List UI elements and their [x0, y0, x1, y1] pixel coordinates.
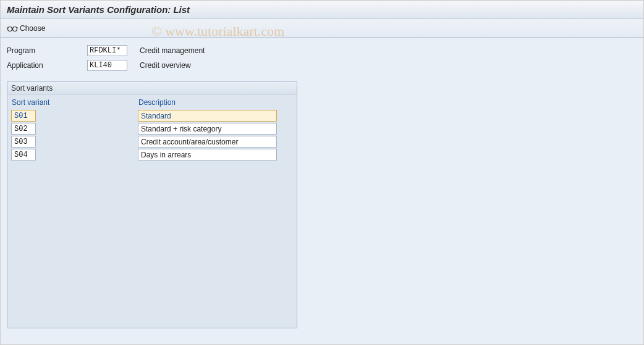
program-input[interactable]	[87, 45, 127, 56]
table-row[interactable]	[11, 123, 293, 135]
program-text: Credit management	[140, 46, 205, 55]
svg-point-1	[13, 27, 17, 31]
application-row: Application Credit overview	[7, 59, 637, 72]
variant-cell[interactable]	[11, 123, 36, 135]
col-sort-variant[interactable]: Sort variant	[11, 97, 138, 108]
program-label: Program	[7, 46, 87, 55]
toolbar: Choose	[1, 19, 643, 38]
application-label: Application	[7, 61, 87, 70]
program-row: Program Credit management	[7, 44, 637, 57]
table-row[interactable]	[11, 110, 293, 122]
col-description[interactable]: Description	[138, 97, 293, 108]
variant-cell[interactable]	[11, 136, 36, 148]
description-cell[interactable]	[138, 149, 277, 160]
content-area: Program Credit management Application Cr…	[1, 38, 643, 345]
page-title: Maintain Sort Variants Configuration: Li…	[1, 1, 643, 19]
choose-button[interactable]: Choose	[7, 24, 45, 33]
description-cell[interactable]	[138, 123, 277, 135]
application-input[interactable]	[87, 60, 127, 71]
table-row[interactable]	[11, 136, 293, 148]
column-headers: Sort variant Description	[11, 97, 293, 108]
variant-cell[interactable]	[11, 110, 36, 122]
sort-variants-panel: Sort variants Sort variant Description	[7, 81, 297, 328]
choose-button-label: Choose	[20, 24, 45, 33]
variant-cell[interactable]	[11, 149, 36, 160]
panel-body: Sort variant Description	[7, 94, 297, 164]
panel-title: Sort variants	[7, 82, 297, 94]
glasses-icon	[7, 25, 18, 32]
description-cell[interactable]	[138, 110, 277, 122]
application-text: Credit overview	[140, 61, 191, 70]
svg-point-0	[8, 27, 12, 31]
table-row[interactable]	[11, 149, 293, 160]
description-cell[interactable]	[138, 136, 277, 148]
